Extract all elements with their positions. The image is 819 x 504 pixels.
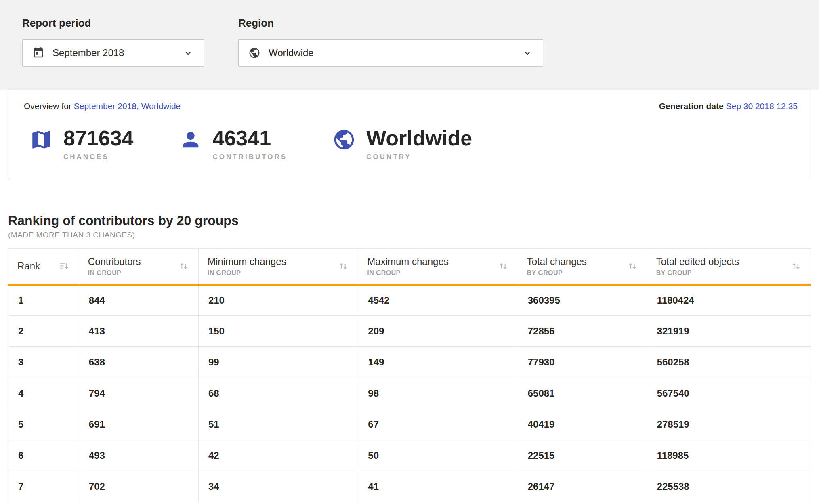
table-cell: 321919	[647, 316, 811, 347]
sort-active-icon	[59, 260, 70, 272]
stat-contributors-label: CONTRIBUTORS	[213, 153, 288, 161]
table-cell: 1180424	[647, 285, 811, 316]
table-cell: 702	[79, 471, 198, 502]
table-cell: 1	[8, 285, 79, 316]
table-cell: 98	[358, 378, 518, 409]
sort-arrows-icon	[790, 260, 802, 272]
map-icon	[29, 128, 53, 151]
sort-arrows-icon	[338, 260, 349, 272]
table-cell: 6	[8, 440, 79, 471]
stat-country-value: Worldwide	[366, 127, 472, 149]
table-row: 7702344126147225538	[8, 471, 811, 502]
table-cell: 691	[79, 409, 198, 440]
stat-text: 871634 CHANGES	[63, 127, 134, 161]
chevron-down-icon	[183, 47, 194, 59]
table-cell: 150	[198, 316, 358, 347]
table-cell: 149	[358, 347, 518, 378]
stat-changes-value: 871634	[63, 127, 134, 149]
stat-contributors: 46341 CONTRIBUTORS	[179, 127, 288, 161]
ranking-subtitle: (MADE MORE THAN 3 CHANGES)	[8, 231, 811, 239]
table-cell: 51	[198, 409, 358, 440]
region-select[interactable]: Worldwide	[238, 39, 543, 67]
table-cell: 844	[79, 285, 198, 316]
column-sublabel: IN GROUP	[208, 269, 286, 277]
filter-bar: Report period September 2018 Region Worl…	[0, 0, 819, 90]
sort-arrows-icon	[627, 260, 638, 272]
ranking-table-head-row: RankContributorsIN GROUPMinimum changesI…	[8, 248, 811, 285]
chevron-down-icon	[522, 47, 533, 59]
table-cell: 22515	[518, 440, 647, 471]
report-period-label: Report period	[22, 17, 204, 29]
column-label: Rank	[17, 260, 40, 272]
table-cell: 99	[198, 347, 358, 378]
table-cell: 7	[8, 471, 79, 502]
overview-header: Overview for September 2018, Worldwide G…	[24, 101, 798, 111]
overview-title-link[interactable]: September 2018, Worldwide	[74, 101, 181, 111]
column-sublabel: IN GROUP	[88, 269, 141, 277]
column-header-total-changes[interactable]: Total changesBY GROUP	[518, 248, 647, 285]
table-cell: 72856	[518, 316, 647, 347]
column-sublabel: IN GROUP	[367, 269, 448, 277]
globe-icon	[248, 47, 260, 59]
table-cell: 118985	[647, 440, 811, 471]
column-header-rank[interactable]: Rank	[8, 248, 79, 285]
table-cell: 638	[79, 347, 198, 378]
ranking-table: RankContributorsIN GROUPMinimum changesI…	[8, 248, 811, 503]
report-period-group: Report period September 2018	[22, 17, 204, 90]
region-group: Region Worldwide	[238, 17, 543, 90]
table-row: 36389914977930560258	[8, 347, 811, 378]
column-sublabel: BY GROUP	[527, 269, 587, 277]
overview-stats: 871634 CHANGES 46341 CONTRIBUTORS Worldw…	[24, 127, 798, 161]
table-cell: 77930	[518, 347, 647, 378]
ranking-section: Ranking of contributors by 20 groups (MA…	[8, 213, 811, 503]
stat-changes: 871634 CHANGES	[29, 127, 134, 161]
overview-title: Overview for September 2018, Worldwide	[24, 101, 181, 111]
sort-arrows-icon	[178, 260, 189, 272]
table-cell: 210	[198, 285, 358, 316]
table-cell: 26147	[518, 471, 647, 502]
table-cell: 65081	[518, 378, 647, 409]
table-cell: 278519	[647, 409, 811, 440]
column-header-total-edited-objects[interactable]: Total edited objectsBY GROUP	[647, 248, 811, 285]
table-cell: 4542	[358, 285, 518, 316]
stat-text: 46341 CONTRIBUTORS	[213, 127, 288, 161]
report-period-value: September 2018	[52, 47, 124, 59]
table-cell: 567540	[647, 378, 811, 409]
column-header-contributors[interactable]: ContributorsIN GROUP	[79, 248, 198, 285]
generation-date: Generation date Sep 30 2018 12:35	[659, 101, 798, 111]
table-cell: 4	[8, 378, 79, 409]
table-row: 184421045423603951180424	[8, 285, 811, 316]
table-row: 241315020972856321919	[8, 316, 811, 347]
table-cell: 68	[198, 378, 358, 409]
overview-title-prefix: Overview for	[24, 101, 71, 111]
table-cell: 560258	[647, 347, 811, 378]
stat-text: Worldwide COUNTRY	[366, 127, 472, 161]
stat-contributors-value: 46341	[213, 127, 288, 149]
table-cell: 67	[358, 409, 518, 440]
table-cell: 42	[198, 440, 358, 471]
table-cell: 3	[8, 347, 79, 378]
table-row: 5691516740419278519	[8, 409, 811, 440]
stat-country-label: COUNTRY	[366, 153, 472, 161]
table-cell: 360395	[518, 285, 647, 316]
region-value: Worldwide	[269, 47, 314, 59]
region-label: Region	[238, 17, 543, 29]
stat-country: Worldwide COUNTRY	[332, 127, 472, 161]
stat-changes-label: CHANGES	[63, 153, 134, 161]
column-header-maximum-changes[interactable]: Maximum changesIN GROUP	[358, 248, 518, 285]
table-row: 4794689865081567540	[8, 378, 811, 409]
generation-date-label: Generation date	[659, 101, 724, 111]
column-header-minimum-changes[interactable]: Minimum changesIN GROUP	[198, 248, 358, 285]
overview-card: Overview for September 2018, Worldwide G…	[8, 90, 811, 179]
column-label: Maximum changes	[367, 256, 448, 267]
table-cell: 40419	[518, 409, 647, 440]
table-cell: 209	[358, 316, 518, 347]
calendar-icon	[32, 47, 44, 59]
table-cell: 493	[79, 440, 198, 471]
column-label: Total edited objects	[656, 256, 739, 267]
table-cell: 794	[79, 378, 198, 409]
person-icon	[179, 128, 202, 151]
table-cell: 50	[358, 440, 518, 471]
table-cell: 2	[8, 316, 79, 347]
report-period-select[interactable]: September 2018	[22, 39, 204, 67]
